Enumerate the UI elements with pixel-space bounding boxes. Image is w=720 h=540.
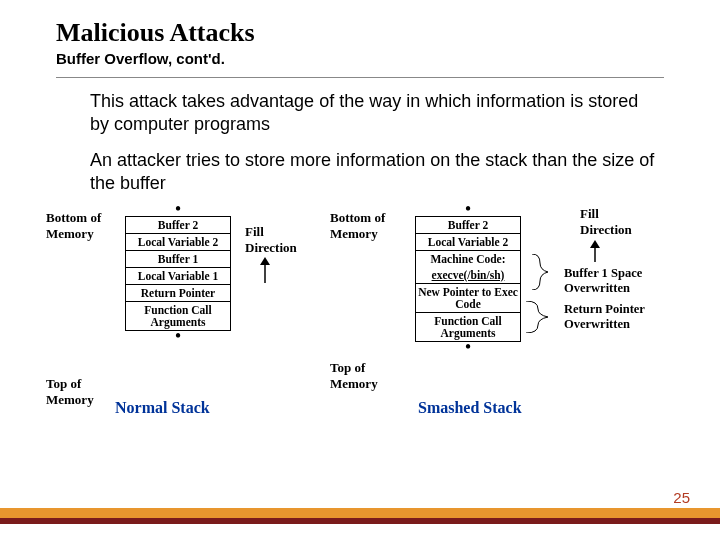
footer-bar-maroon <box>0 518 720 524</box>
stack-row: Buffer 2 <box>125 216 231 234</box>
stack-row: Local Variable 2 <box>125 234 231 251</box>
stack-row: Buffer 1 <box>125 251 231 268</box>
paragraph-2: An attacker tries to store more informat… <box>0 137 720 196</box>
smashed-stack-caption: Smashed Stack <box>418 399 522 417</box>
page-number: 25 <box>673 489 690 506</box>
arrow-up-icon <box>588 240 602 262</box>
stack-row: Local Variable 2 <box>415 234 521 251</box>
stack-dots-top: • <box>125 204 231 216</box>
arrow-up-icon <box>258 257 272 283</box>
fill-direction-label-right: Fill Direction <box>580 206 640 238</box>
stack-row: Return Pointer <box>125 285 231 302</box>
note-buffer-overwritten: Buffer 1 Space Overwritten <box>564 266 664 296</box>
stack-dots-top: • <box>415 204 521 216</box>
footer-bars <box>0 508 720 524</box>
label-bottom-memory-right: Bottom of Memory <box>330 210 390 242</box>
stack-dots-bottom: • <box>415 342 521 354</box>
smashed-stack: • Buffer 2 Local Variable 2 Machine Code… <box>415 204 521 354</box>
fill-direction-label-left: Fill Direction <box>245 224 305 256</box>
stack-dots-bottom: • <box>125 331 231 343</box>
label-top-memory-right: Top of Memory <box>330 360 390 392</box>
svg-marker-3 <box>590 240 600 248</box>
stack-row: New Pointer to Exec Code <box>415 284 521 313</box>
label-top-memory-left: Top of Memory <box>46 376 106 408</box>
stack-row: execve(/bin/sh) <box>415 267 521 284</box>
label-bottom-memory-left: Bottom of Memory <box>46 210 106 242</box>
brace-icon <box>524 301 558 333</box>
stack-row: Local Variable 1 <box>125 268 231 285</box>
paragraph-1: This attack takes advantage of the way i… <box>0 78 720 137</box>
brace-icon <box>530 254 558 290</box>
diagram-area: Bottom of Memory Top of Memory • Buffer … <box>0 204 720 464</box>
stack-row: Machine Code: <box>415 251 521 267</box>
note-return-pointer-overwritten: Return Pointer Overwritten <box>564 302 664 332</box>
page-subtitle: Buffer Overflow, cont'd. <box>0 48 720 67</box>
normal-stack: • Buffer 2 Local Variable 2 Buffer 1 Loc… <box>125 204 231 343</box>
normal-stack-caption: Normal Stack <box>115 399 210 417</box>
page-title: Malicious Attacks <box>0 0 720 48</box>
footer-bar-orange <box>0 508 720 518</box>
svg-marker-1 <box>260 257 270 265</box>
stack-row: Buffer 2 <box>415 216 521 234</box>
